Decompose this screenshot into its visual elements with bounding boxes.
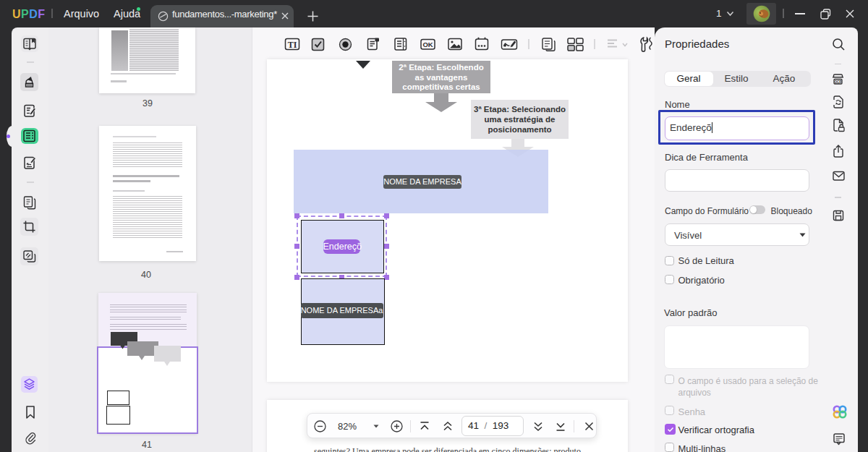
svg-text:OK: OK [422,40,433,48]
svg-text:OCR: OCR [834,80,842,83]
svg-text:TI: TI [288,40,297,50]
